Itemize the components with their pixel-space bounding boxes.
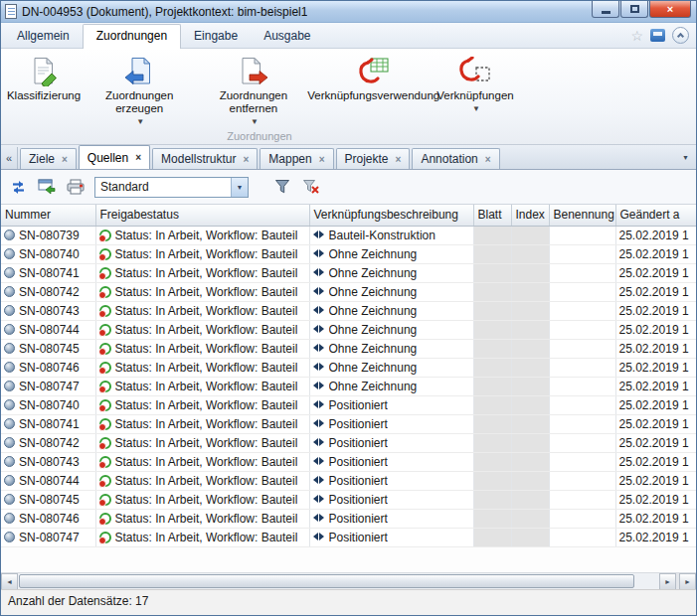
open-document-icon[interactable]: [37, 178, 57, 196]
tab-close-icon[interactable]: ×: [319, 154, 325, 165]
tab-close-icon[interactable]: ×: [396, 154, 402, 165]
tab-close-icon[interactable]: ×: [135, 152, 141, 163]
zuordnungen-erzeugen-button[interactable]: Zuordnungen erzeugen▼: [83, 52, 196, 129]
cell-blatt: [473, 395, 511, 414]
cell-geaendert: 25.02.2019 1: [615, 282, 696, 301]
col-header-index[interactable]: Index: [511, 205, 549, 226]
filter-icon[interactable]: [272, 178, 292, 196]
table-row[interactable]: SN-080747Status: In Arbeit, Workflow: Ba…: [1, 528, 696, 546]
tab-ziele[interactable]: Ziele×: [20, 148, 77, 169]
collapse-ribbon-button[interactable]: [672, 27, 689, 44]
scrollbar-thumb[interactable]: [19, 574, 634, 588]
part-icon: [4, 343, 15, 354]
col-header-blatt[interactable]: Blatt: [473, 205, 511, 226]
part-icon: [4, 475, 15, 486]
col-header-benennung[interactable]: Benennung: [549, 205, 615, 226]
verknuepfungen-button[interactable]: Verknüpfungen▼: [436, 52, 514, 115]
link-icon: [313, 268, 325, 277]
table-row[interactable]: SN-080741Status: In Arbeit, Workflow: Ba…: [1, 263, 696, 282]
table-row[interactable]: SN-080745Status: In Arbeit, Workflow: Ba…: [1, 490, 696, 509]
cell-benennung: [549, 301, 615, 320]
col-header-nummer[interactable]: Nummer: [1, 205, 95, 226]
table-row[interactable]: SN-080744Status: In Arbeit, Workflow: Ba…: [1, 471, 696, 490]
status-icon: [99, 381, 111, 392]
table-row[interactable]: SN-080742Status: In Arbeit, Workflow: Ba…: [1, 282, 696, 301]
panel-toggle-icon[interactable]: [650, 29, 665, 42]
link-icon: [313, 344, 325, 353]
cell-benennung: [549, 377, 615, 395]
tab-close-icon[interactable]: ×: [485, 154, 491, 165]
cell-index: [511, 244, 549, 263]
tab-quellen[interactable]: Quellen×: [79, 145, 150, 169]
remove-assignment-icon: [237, 56, 270, 87]
tab-modellstruktur[interactable]: Modellstruktur×: [152, 148, 258, 169]
cell-freigabestatus: Status: In Arbeit, Workflow: Bauteil: [95, 263, 309, 282]
links-icon: [458, 56, 492, 87]
zuordnungen-entfernen-button[interactable]: Zuordnungen entfernen▼: [196, 52, 310, 129]
scroll-left-button[interactable]: ◄: [1, 573, 18, 590]
tab-mappen[interactable]: Mappen×: [260, 148, 333, 169]
verknuepfungsverwendung-button[interactable]: Verknüpfungsverwendung: [310, 52, 436, 104]
refresh-icon[interactable]: [8, 178, 28, 196]
cell-benennung: [549, 358, 615, 377]
table-row[interactable]: SN-080740Status: In Arbeit, Workflow: Ba…: [1, 244, 696, 263]
chevron-down-icon: ▼: [237, 184, 244, 191]
cell-blatt: [473, 490, 511, 509]
tab-zuordnungen[interactable]: Zuordnungen: [83, 24, 181, 49]
pane-scroll-right-button[interactable]: ►: [679, 573, 696, 590]
tab-close-icon[interactable]: ×: [62, 154, 68, 165]
scroll-right-button[interactable]: ►: [659, 573, 676, 590]
col-header-verknuepfungsbeschreibung[interactable]: Verknüpfungsbeschreibung: [309, 205, 473, 226]
cell-index: [511, 226, 549, 244]
button-label: Zuordnungen erzeugen: [86, 89, 193, 115]
status-icon: [99, 532, 111, 543]
scrollbar-track[interactable]: [18, 573, 659, 589]
tab-ausgabe[interactable]: Ausgabe: [251, 25, 323, 48]
table-row[interactable]: SN-080747Status: In Arbeit, Workflow: Ba…: [1, 377, 696, 395]
table-row[interactable]: SN-080741Status: In Arbeit, Workflow: Ba…: [1, 414, 696, 433]
status-icon: [99, 494, 111, 506]
cell-blatt: [473, 358, 511, 377]
tab-overflow-button[interactable]: ▼: [678, 149, 693, 166]
horizontal-scrollbar[interactable]: ◄ ► ►: [1, 572, 696, 589]
tab-allgemein[interactable]: Allgemein: [4, 25, 83, 48]
table-row[interactable]: SN-080743Status: In Arbeit, Workflow: Ba…: [1, 452, 696, 471]
clear-filter-icon[interactable]: [301, 178, 321, 196]
tab-projekte[interactable]: Projekte×: [336, 148, 411, 169]
col-header-geaendert[interactable]: Geändert a: [615, 205, 696, 226]
table-row[interactable]: SN-080743Status: In Arbeit, Workflow: Ba…: [1, 301, 696, 320]
cell-nummer: SN-080740: [1, 244, 95, 263]
klassifizierung-button[interactable]: Klassifizierung: [5, 52, 83, 104]
table-row[interactable]: SN-080746Status: In Arbeit, Workflow: Ba…: [1, 509, 696, 528]
favorite-star-icon[interactable]: ☆: [630, 29, 643, 43]
close-button[interactable]: ×: [649, 1, 691, 18]
col-header-freigabestatus[interactable]: Freigabestatus: [95, 205, 309, 226]
maximize-button[interactable]: [620, 1, 648, 18]
minimize-button[interactable]: [592, 1, 619, 18]
cell-index: [511, 358, 549, 377]
table-row[interactable]: SN-080739Status: In Arbeit, Workflow: Ba…: [1, 226, 696, 244]
cell-geaendert: 25.02.2019 1: [615, 244, 696, 263]
cell-freigabestatus: Status: In Arbeit, Workflow: Bauteil: [95, 452, 309, 471]
link-icon: [313, 363, 325, 372]
status-icon: [99, 267, 111, 279]
link-icon: [313, 457, 325, 466]
cell-index: [511, 377, 549, 395]
table-row[interactable]: SN-080742Status: In Arbeit, Workflow: Ba…: [1, 433, 696, 452]
table-row[interactable]: SN-080745Status: In Arbeit, Workflow: Ba…: [1, 339, 696, 358]
part-icon: [4, 248, 15, 259]
table-row[interactable]: SN-080740Status: In Arbeit, Workflow: Ba…: [1, 395, 696, 414]
tabs-collapse-button[interactable]: «: [1, 147, 18, 169]
cell-beschreibung: Positioniert: [309, 452, 473, 471]
link-icon: [313, 476, 325, 485]
table-row[interactable]: SN-080744Status: In Arbeit, Workflow: Ba…: [1, 320, 696, 339]
tab-close-icon[interactable]: ×: [243, 154, 249, 165]
create-assignment-icon: [122, 56, 156, 87]
tab-eingabe[interactable]: Eingabe: [181, 25, 251, 48]
combo-dropdown-button[interactable]: ▼: [231, 178, 248, 197]
view-select[interactable]: Standard ▼: [94, 177, 249, 198]
tab-annotation[interactable]: Annotation×: [412, 148, 499, 169]
print-icon[interactable]: [66, 178, 86, 196]
cell-beschreibung: Positioniert: [309, 395, 473, 414]
table-row[interactable]: SN-080746Status: In Arbeit, Workflow: Ba…: [1, 358, 696, 377]
